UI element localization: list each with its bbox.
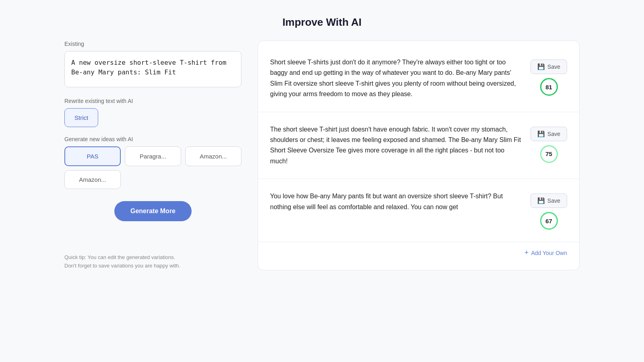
generate-more-button[interactable]: Generate More (114, 201, 192, 221)
result-text: You love how Be-any Mary pants fit but w… (270, 191, 522, 212)
add-icon: + (524, 249, 529, 257)
score-circle: 67 (540, 212, 558, 230)
save-icon: 💾 (537, 197, 545, 204)
result-item: The short sleeve T-shirt just doesn't ha… (258, 112, 579, 179)
result-item: You love how Be-any Mary pants fit but w… (258, 179, 579, 242)
save-icon: 💾 (537, 63, 545, 70)
save-label: Save (547, 131, 560, 137)
quick-tip: Quick tip: You can edit the generated va… (64, 253, 242, 270)
idea-btn-amazon1[interactable]: Amazon... (185, 146, 242, 166)
add-your-own-label[interactable]: Add Your Own (531, 250, 567, 256)
existing-text-input[interactable]: A new oversize short-sleeve T-shirt from… (64, 51, 242, 87)
idea-btn-amazon2[interactable]: Amazon... (64, 170, 121, 189)
save-button[interactable]: 💾 Save (530, 127, 567, 141)
save-label: Save (547, 197, 560, 204)
ideas-grid-row1: PAS Paragra... Amazon... (64, 146, 242, 166)
save-label: Save (547, 64, 560, 70)
score-circle: 81 (540, 78, 558, 96)
ideas-grid-row2: Amazon... (64, 170, 242, 189)
score-circle: 75 (540, 145, 558, 163)
result-text: The short sleeve T-shirt just doesn't ha… (270, 124, 522, 167)
results-panel: Short sleeve T-shirts just don't do it a… (258, 41, 580, 270)
result-actions: 💾 Save 75 (530, 124, 567, 163)
rewrite-label: Rewrite existing text with AI (64, 98, 242, 104)
rewrite-options: Strict (64, 108, 242, 127)
existing-label: Existing (64, 41, 242, 47)
idea-btn-paragra[interactable]: Paragra... (125, 146, 181, 166)
result-item: Short sleeve T-shirts just don't do it a… (258, 45, 579, 112)
result-actions: 💾 Save 81 (530, 57, 567, 96)
result-text: Short sleeve T-shirts just don't do it a… (270, 57, 522, 100)
result-actions: 💾 Save 67 (530, 191, 567, 230)
rewrite-option-strict[interactable]: Strict (64, 108, 98, 127)
save-button[interactable]: 💾 Save (530, 60, 567, 74)
left-panel: Existing A new oversize short-sleeve T-s… (64, 41, 258, 270)
generate-ideas-label: Generate new ideas with AI (64, 136, 242, 142)
save-button[interactable]: 💾 Save (530, 193, 567, 208)
add-your-own-row[interactable]: + Add Your Own (258, 242, 579, 263)
page-title: Improve With AI (0, 0, 644, 41)
save-icon: 💾 (537, 130, 545, 138)
idea-btn-pas[interactable]: PAS (64, 146, 121, 166)
